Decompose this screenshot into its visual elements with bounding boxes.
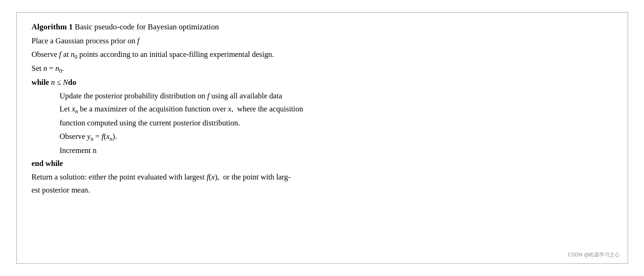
line-return: Return a solution: either the point eval… (32, 171, 613, 183)
math-sub-n: n (75, 108, 78, 115)
line-2: Observe f at n0 points according to an i… (32, 48, 613, 62)
keyword-end-while: end while (32, 159, 63, 168)
math-xn-2: xn (106, 132, 113, 141)
math-sub-n3: n (110, 136, 113, 142)
math-n-2: n (51, 78, 55, 87)
math-sub-0-2: 0 (59, 68, 62, 74)
math-f-1: f (137, 36, 140, 45)
math-yn: yn (87, 132, 93, 141)
algorithm-label: Algorithm 1 (32, 22, 73, 31)
math-fx: f (206, 172, 209, 181)
line-function-cont: function computed using the current post… (32, 117, 613, 129)
line-observe: Observe yn = f(xn). (32, 131, 613, 144)
math-n0: n (71, 50, 74, 59)
math-f-2: f (59, 50, 62, 59)
line-return-cont: est posterior mean. (32, 184, 613, 196)
line-end-while: end while (32, 158, 613, 170)
math-N: N (63, 78, 68, 87)
line-update: Update the posterior probability distrib… (32, 90, 613, 102)
algorithm-title: Algorithm 1 Basic pseudo-code for Bayesi… (32, 21, 613, 33)
watermark: CSDN @机器学习之心 (568, 251, 620, 259)
math-n0-2: n (56, 64, 59, 73)
math-xn: xn (72, 104, 78, 113)
math-n: n (43, 64, 47, 73)
math-f-4: f (101, 132, 104, 141)
keyword-while: while (32, 78, 50, 87)
math-sub-0: 0 (75, 54, 78, 60)
math-x-2: x (212, 172, 215, 181)
line-1: Place a Gaussian process prior on f (32, 35, 613, 47)
keyword-do: do (68, 78, 76, 87)
line-let: Let xn be a maximizer of the acquisition… (32, 103, 613, 116)
algorithm-title-text: Basic pseudo-code for Bayesian optimizat… (75, 22, 219, 31)
line-increment: Increment n (32, 145, 613, 157)
math-sub-n2: n (91, 136, 93, 142)
line-3: Set n = n0. (32, 62, 613, 76)
line-while: while n ≤ Ndo (32, 76, 613, 89)
algorithm-box: Algorithm 1 Basic pseudo-code for Bayesi… (16, 12, 628, 264)
math-x: x (228, 104, 231, 113)
math-f-3: f (207, 91, 210, 100)
